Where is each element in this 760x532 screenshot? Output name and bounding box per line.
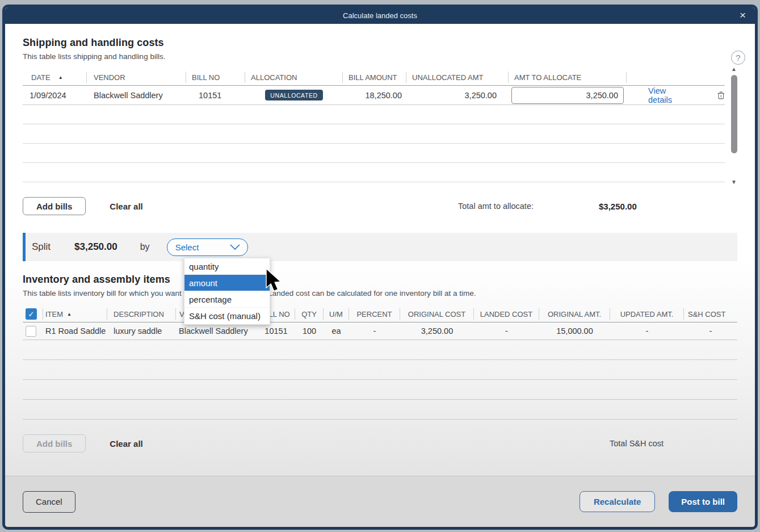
empty-row — [23, 105, 725, 124]
split-by-select[interactable]: Select — [167, 238, 248, 256]
shipping-controls: Add bills Clear all Total amt to allocat… — [23, 197, 737, 215]
inventory-subtitle: This table lists inventory bill for whic… — [23, 289, 737, 298]
vertical-scrollbar[interactable]: ▲ ▼ — [729, 66, 738, 186]
split-by-dropdown: quantity amount percentage S&H cost (man… — [184, 258, 270, 325]
col-actions — [627, 72, 725, 83]
total-amt-label: Total amt to allocate: — [458, 202, 534, 211]
scrollbar-thumb[interactable] — [731, 75, 737, 153]
bill-amount: 18,250.00 — [343, 91, 406, 100]
view-details-link[interactable]: View details — [648, 86, 682, 104]
amt-to-allocate-cell — [509, 87, 627, 104]
select-all-checkbox[interactable]: ✓ — [26, 308, 37, 320]
split-label: Split — [32, 241, 51, 253]
bill-no: 10151 — [186, 91, 245, 100]
cancel-button[interactable]: Cancel — [23, 491, 75, 513]
modal-titlebar: Calculate landed costs × — [5, 7, 755, 24]
calculate-landed-costs-modal: Calculate landed costs × ? Shipping and … — [2, 5, 758, 530]
option-quantity[interactable]: quantity — [184, 258, 270, 275]
empty-row — [23, 144, 725, 163]
help-icon[interactable]: ? — [731, 51, 745, 65]
empty-row — [23, 163, 725, 182]
post-to-bill-button[interactable]: Post to bill — [669, 491, 737, 512]
total-sh-cost-label: Total S&H cost — [610, 439, 664, 448]
col-bill-amount[interactable]: BILL AMOUNT — [343, 72, 406, 83]
unallocated-amt: 3,250.00 — [406, 91, 509, 100]
inventory-table-header: ✓ ITEM▲ DESCRIPTION VENDOR BILL NO QTY U… — [23, 306, 737, 322]
col-amt-to-allocate[interactable]: AMT TO ALLOCATE — [509, 72, 627, 83]
clear-all-link-2[interactable]: Clear all — [110, 439, 142, 449]
scroll-up-icon[interactable]: ▲ — [731, 66, 737, 73]
inventory-table: ✓ ITEM▲ DESCRIPTION VENDOR BILL NO QTY U… — [23, 306, 737, 420]
inventory-heading: Inventory and assembly items — [23, 274, 737, 286]
col-original-cost[interactable]: ORIGINAL COST — [400, 308, 474, 320]
col-unallocated-amt[interactable]: UNALLOCATED AMT — [406, 72, 509, 83]
status-badge: UNALLOCATED — [265, 90, 322, 100]
col-landed-cost[interactable]: LANDED COST — [474, 308, 539, 320]
item-original-cost: 3,250.00 — [400, 326, 474, 336]
item-qty: 100 — [295, 326, 324, 336]
col-item[interactable]: ITEM▲ — [43, 308, 107, 320]
total-amt-value: $3,250.00 — [599, 202, 637, 211]
inventory-controls: Add bills Clear all Total S&H cost — [23, 434, 737, 453]
modal-title: Calculate landed costs — [343, 11, 417, 20]
col-qty[interactable]: QTY — [295, 308, 324, 320]
select-all-cell: ✓ — [23, 308, 43, 320]
item-description: luxury saddle — [107, 326, 176, 336]
col-allocation[interactable]: ALLOCATION — [245, 72, 343, 83]
add-bills-button[interactable]: Add bills — [23, 197, 86, 215]
split-band: Split $3,250.00 by Select quantity amoun… — [23, 233, 737, 261]
item-original-amt: 15,000.00 — [539, 326, 610, 336]
col-original-amt[interactable]: ORIGINAL AMT. — [539, 308, 610, 320]
row-actions: View details — [627, 86, 725, 104]
empty-row — [23, 124, 725, 144]
col-percent[interactable]: PERCENT — [349, 308, 400, 320]
col-updated-amt[interactable]: UPDATED AMT. — [610, 308, 684, 320]
modal-footer: Cancel Recalculate Post to bill — [5, 476, 755, 527]
item-sh-cost: - — [684, 326, 737, 336]
trash-icon[interactable] — [717, 90, 725, 100]
sort-asc-icon: ▲ — [67, 312, 72, 317]
col-um[interactable]: U/M — [324, 308, 349, 320]
recalculate-button[interactable]: Recalculate — [580, 491, 655, 512]
shipping-heading: Shipping and handling costs — [23, 37, 737, 49]
empty-row — [23, 380, 737, 400]
item-vendor: Blackwell Saddlery — [176, 326, 257, 336]
split-amount: $3,250.00 — [74, 241, 117, 253]
row-checkbox[interactable] — [26, 326, 36, 337]
close-icon[interactable]: × — [740, 9, 746, 22]
option-percentage[interactable]: percentage — [184, 291, 270, 308]
shipping-subtitle: This table lists shipping and handling b… — [23, 52, 737, 61]
item-name: R1 Road Saddle — [43, 326, 107, 336]
item-um: ea — [324, 326, 349, 336]
add-bills-button-2[interactable]: Add bills — [23, 434, 86, 453]
empty-row — [23, 360, 737, 380]
col-vendor[interactable]: VENDOR — [87, 72, 186, 83]
mouse-cursor-icon — [264, 268, 284, 293]
col-bill-no[interactable]: BILL NO — [186, 72, 245, 83]
row-select-cell — [23, 326, 43, 337]
allocation-cell: UNALLOCATED — [245, 90, 343, 100]
sort-asc-icon: ▲ — [58, 75, 63, 80]
select-placeholder: Select — [175, 242, 199, 252]
bill-vendor: Blackwell Saddlery — [87, 91, 186, 100]
shipping-table-header: DATE▲ VENDOR BILL NO ALLOCATION BILL AMO… — [23, 69, 725, 86]
modal-body: ? Shipping and handling costs This table… — [5, 24, 755, 476]
item-landed-cost: - — [474, 326, 539, 336]
split-by-label: by — [140, 242, 150, 252]
col-description[interactable]: DESCRIPTION — [107, 308, 176, 320]
empty-row — [23, 400, 737, 420]
option-amount[interactable]: amount — [184, 275, 270, 291]
chevron-down-icon — [230, 244, 240, 250]
bill-date: 1/09/2024 — [23, 91, 87, 100]
scroll-down-icon[interactable]: ▼ — [731, 179, 737, 186]
col-date[interactable]: DATE▲ — [23, 72, 87, 83]
col-sh-cost[interactable]: S&H COST — [684, 308, 737, 320]
amt-to-allocate-input[interactable] — [511, 87, 624, 104]
shipping-table: DATE▲ VENDOR BILL NO ALLOCATION BILL AMO… — [23, 69, 725, 182]
item-bill-no: 10151 — [257, 326, 295, 336]
clear-all-link[interactable]: Clear all — [110, 202, 142, 211]
option-sh-cost-manual[interactable]: S&H cost (manual) — [184, 308, 270, 324]
table-row: R1 Road Saddle luxury saddle Blackwell S… — [23, 322, 737, 340]
item-updated-amt: - — [610, 326, 684, 336]
table-row: 1/09/2024 Blackwell Saddlery 10151 UNALL… — [23, 86, 725, 105]
